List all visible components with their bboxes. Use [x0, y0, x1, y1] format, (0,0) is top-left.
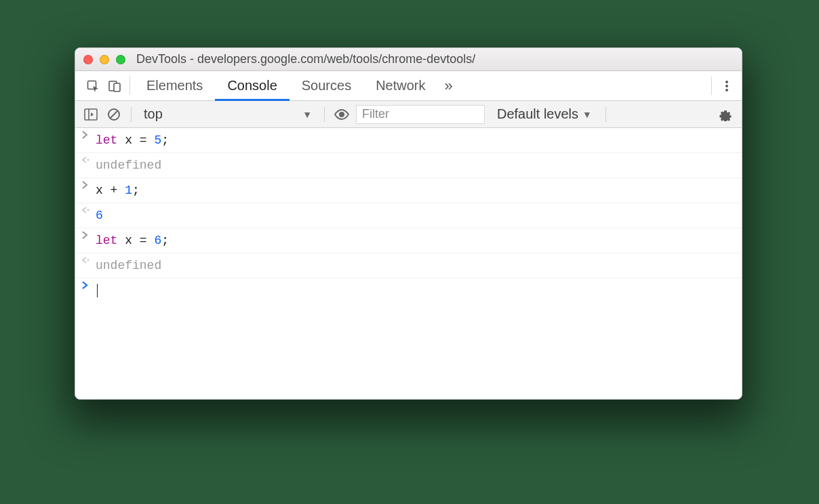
- svg-point-4: [725, 85, 728, 87]
- tabs: ElementsConsoleSourcesNetwork: [134, 71, 438, 100]
- input-arrow-icon: [81, 131, 96, 139]
- svg-rect-2: [114, 83, 120, 91]
- chevron-down-icon: ▼: [302, 109, 312, 120]
- svg-point-12: [87, 209, 89, 211]
- log-levels-select[interactable]: Default levels ▼: [497, 106, 592, 122]
- context-label: top: [144, 106, 163, 122]
- live-expression-icon[interactable]: [333, 106, 351, 123]
- output-arrow-icon: [81, 256, 96, 264]
- code-content: 6: [96, 206, 103, 225]
- output-arrow-icon: [81, 156, 96, 164]
- tabs-overflow-button[interactable]: »: [438, 71, 460, 100]
- tab-console[interactable]: Console: [215, 72, 289, 101]
- console-output-row: undefined: [75, 153, 742, 178]
- filter-input[interactable]: [356, 105, 485, 124]
- code-content: let x = 5;: [96, 131, 169, 150]
- svg-point-10: [339, 112, 344, 117]
- output-arrow-icon: [81, 206, 96, 214]
- execution-context-select[interactable]: top ▼: [140, 106, 316, 122]
- levels-label: Default levels: [497, 106, 578, 122]
- titlebar: DevTools - developers.google.com/web/too…: [75, 48, 742, 71]
- tab-network[interactable]: Network: [363, 72, 437, 101]
- tabstrip-divider: [129, 77, 130, 95]
- console-input-row: x + 1;: [75, 178, 742, 203]
- minimize-window-button[interactable]: [100, 55, 109, 64]
- chevron-down-icon: ▼: [582, 109, 592, 120]
- devtools-window: DevTools - developers.google.com/web/too…: [75, 47, 742, 400]
- console-output-row: undefined: [75, 253, 742, 278]
- code-content: undefined: [96, 256, 161, 275]
- chevron-right-double-icon: »: [445, 77, 453, 95]
- svg-line-9: [111, 110, 118, 118]
- tab-elements[interactable]: Elements: [134, 72, 215, 101]
- console-input-row: let x = 5;: [75, 128, 742, 153]
- console-sidebar-toggle-icon[interactable]: [82, 106, 100, 123]
- code-content: let x = 6;: [96, 231, 169, 250]
- console-output-row: 6: [75, 203, 742, 228]
- svg-point-13: [87, 259, 89, 261]
- tab-sources[interactable]: Sources: [289, 72, 363, 101]
- svg-point-11: [87, 159, 89, 161]
- device-toggle-icon[interactable]: [104, 71, 125, 100]
- close-window-button[interactable]: [83, 55, 93, 64]
- window-title: DevTools - developers.google.com/web/too…: [136, 52, 475, 66]
- clear-console-icon[interactable]: [105, 106, 123, 123]
- console-settings-icon[interactable]: [716, 105, 735, 124]
- prompt-arrow-icon: [81, 281, 96, 289]
- input-arrow-icon: [81, 181, 96, 189]
- code-content: x + 1;: [96, 181, 140, 200]
- traffic-lights: [83, 55, 125, 64]
- main-tabstrip: ElementsConsoleSourcesNetwork »: [75, 71, 742, 101]
- tabstrip-divider-right: [711, 77, 712, 95]
- more-options-button[interactable]: [716, 71, 738, 100]
- svg-point-3: [725, 81, 728, 83]
- console-input-row: let x = 6;: [75, 228, 742, 253]
- prompt-input[interactable]: [96, 281, 98, 300]
- inspect-element-icon[interactable]: [82, 71, 104, 100]
- console-toolbar: top ▼ Default levels ▼: [75, 101, 742, 128]
- console-output[interactable]: let x = 5;undefinedx + 1;6let x = 6;unde…: [75, 128, 742, 399]
- console-prompt-row[interactable]: [75, 278, 742, 303]
- input-arrow-icon: [81, 231, 96, 239]
- code-content: undefined: [96, 156, 161, 175]
- zoom-window-button[interactable]: [116, 55, 125, 64]
- svg-point-5: [725, 89, 728, 91]
